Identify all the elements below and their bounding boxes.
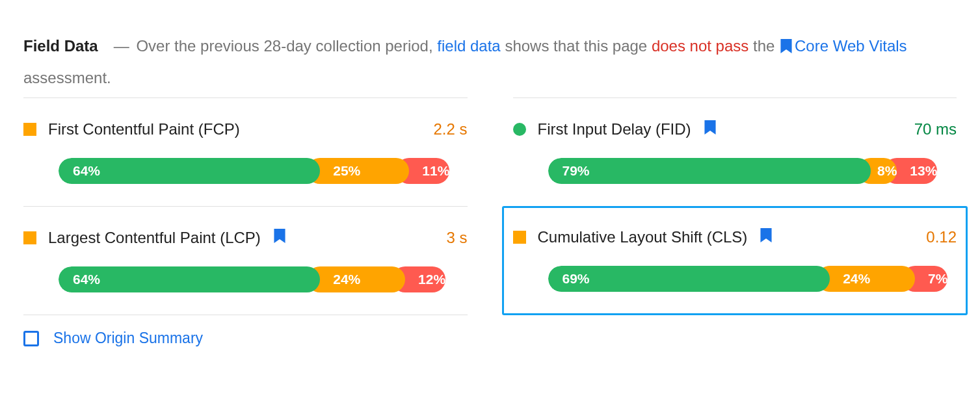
- segment-good: 64%: [59, 158, 320, 184]
- metric-name: First Contentful Paint (FCP): [48, 120, 240, 138]
- bookmark-icon: [780, 33, 792, 63]
- core-web-vitals-link[interactable]: Core Web Vitals: [795, 37, 907, 55]
- metrics-grid: First Contentful Paint (FCP) 2.2 s 64% 2…: [23, 97, 957, 315]
- field-data-header: Field Data — Over the previous 28-day co…: [23, 31, 957, 92]
- distribution-bar: 69% 24% 7%: [548, 266, 957, 292]
- checkbox-unchecked-icon[interactable]: [23, 331, 39, 346]
- metric-name: Cumulative Layout Shift (CLS): [538, 228, 748, 246]
- metric-value: 70 ms: [914, 120, 957, 138]
- status-needs-improvement-icon: [513, 231, 526, 244]
- header-text-2: shows that this page: [505, 37, 647, 55]
- metric-header: Cumulative Layout Shift (CLS) 0.12: [513, 228, 957, 246]
- distribution-bar: 64% 25% 11%: [59, 158, 468, 184]
- metric-name: Largest Contentful Paint (LCP): [48, 229, 261, 247]
- segment-ni: 25%: [307, 158, 409, 184]
- metric-header: Largest Contentful Paint (LCP) 3 s: [23, 229, 468, 247]
- field-data-link[interactable]: field data: [437, 37, 500, 55]
- dash: —: [114, 37, 129, 55]
- metric-fcp[interactable]: First Contentful Paint (FCP) 2.2 s 64% 2…: [23, 97, 468, 206]
- show-origin-summary-label: Show Origin Summary: [53, 330, 203, 347]
- header-text-1: Over the previous 28-day collection peri…: [136, 37, 432, 55]
- distribution-bar: 79% 8% 13%: [548, 158, 957, 184]
- status-good-icon: [513, 123, 526, 136]
- metric-name: First Input Delay (FID): [538, 120, 691, 138]
- metric-cls-highlighted[interactable]: Cumulative Layout Shift (CLS) 0.12 69% 2…: [502, 206, 968, 315]
- metric-lcp[interactable]: Largest Contentful Paint (LCP) 3 s 64% 2…: [23, 206, 468, 315]
- metric-fid[interactable]: First Input Delay (FID) 70 ms 79% 8% 13%: [513, 97, 957, 206]
- status-needs-improvement-icon: [23, 231, 36, 244]
- segment-good: 64%: [59, 266, 320, 292]
- metric-value: 3 s: [446, 229, 467, 247]
- metric-header: First Input Delay (FID) 70 ms: [513, 120, 957, 138]
- distribution-bar: 64% 24% 12%: [59, 266, 468, 292]
- status-needs-improvement-icon: [23, 123, 36, 136]
- bookmark-icon: [704, 120, 716, 138]
- metric-value: 2.2 s: [433, 120, 467, 138]
- show-origin-summary-toggle[interactable]: Show Origin Summary: [23, 330, 957, 347]
- bookmark-icon: [274, 229, 285, 247]
- assessment-status: does not pass: [652, 37, 748, 55]
- header-text-3: the: [753, 37, 775, 55]
- bookmark-icon: [760, 228, 772, 246]
- metric-value: 0.12: [926, 228, 957, 246]
- segment-ni: 24%: [817, 266, 915, 292]
- segment-good: 69%: [548, 266, 830, 292]
- section-title: Field Data: [23, 37, 98, 55]
- metric-header: First Contentful Paint (FCP) 2.2 s: [23, 120, 468, 138]
- segment-ni: 24%: [307, 266, 405, 292]
- segment-good: 79%: [548, 158, 871, 184]
- header-text-4: assessment.: [23, 69, 111, 86]
